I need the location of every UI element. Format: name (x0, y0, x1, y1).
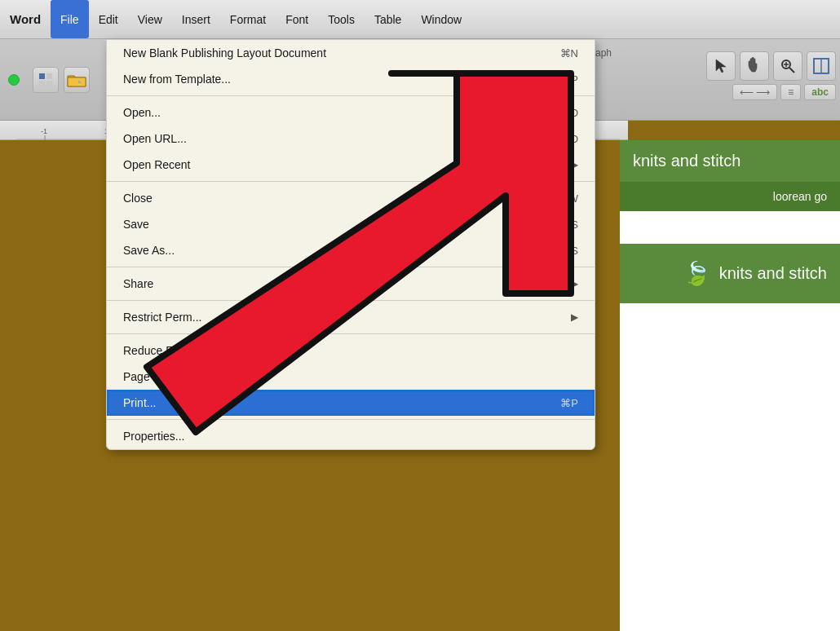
svg-line-5 (789, 68, 794, 73)
leaf-icon: 🍃 (683, 260, 711, 287)
hand-tool[interactable] (740, 51, 769, 81)
menu-item-shortcut: ⇧⌘S (551, 245, 578, 257)
toolbar-icons (33, 67, 90, 93)
menu-close[interactable]: Close ⌘W (107, 185, 595, 211)
menu-file[interactable]: File (51, 0, 89, 38)
knits-white-space (620, 211, 840, 244)
menu-open[interactable]: Open... ⌘O (107, 99, 595, 126)
menu-item-label: Restrict Perm... (123, 311, 201, 324)
menu-item-shortcut: ⌘S (560, 218, 578, 231)
submenu-arrow: ▶ (571, 278, 578, 289)
submenu-arrow: ▶ (571, 159, 578, 170)
toolbar-icon-folder[interactable] (64, 67, 90, 93)
menu-item-shortcut: ⌘O (559, 107, 578, 119)
menu-item-label: Print... (123, 396, 156, 409)
svg-rect-0 (39, 73, 45, 79)
svg-text:-1: -1 (41, 127, 47, 135)
menu-print[interactable]: Print... ⌘P (107, 390, 595, 416)
menu-item-label: Open... (123, 106, 161, 119)
menu-item-label: Reduce Fil... (123, 344, 188, 357)
submenu-arrow: ▶ (571, 311, 578, 323)
menu-properties[interactable]: Properties... (107, 423, 595, 449)
file-dropdown-menu: New Blank Publishing Layout Document ⌘N … (106, 39, 595, 450)
menu-item-label: Save As... (123, 244, 175, 257)
print-highlight (107, 390, 595, 416)
menu-view[interactable]: View (128, 0, 172, 38)
menu-tools[interactable]: Tools (318, 0, 365, 38)
menu-separator-5 (107, 333, 595, 334)
menu-reduce[interactable]: Reduce Fil... (107, 338, 595, 364)
menu-separator-6 (107, 419, 595, 420)
align-tool[interactable]: ≡ (780, 84, 801, 100)
layout-tool[interactable] (807, 51, 836, 81)
zoom-tool[interactable] (773, 51, 802, 81)
menu-new-template[interactable]: New from Template... ⇧⌘P (107, 66, 595, 92)
svg-rect-1 (46, 73, 52, 79)
knits-footer: 🍃 knits and stitch (620, 244, 840, 303)
svg-rect-3 (46, 81, 52, 86)
svg-rect-2 (39, 81, 45, 86)
menu-edit[interactable]: Edit (89, 0, 128, 38)
knits-header: knits and stitch (620, 140, 840, 182)
menu-save-as[interactable]: Save As... ⇧⌘S (107, 237, 595, 263)
menu-new-blank[interactable]: New Blank Publishing Layout Document ⌘N (107, 40, 595, 66)
menu-table[interactable]: Table (365, 0, 411, 38)
menu-separator-2 (107, 181, 595, 182)
menu-item-label: New from Template... (123, 73, 231, 86)
menu-item-shortcut: ⌘W (558, 192, 578, 205)
menu-separator-1 (107, 95, 595, 96)
menu-restrict[interactable]: Restrict Perm... ▶ (107, 304, 595, 330)
knits-middle: loorean go (620, 182, 840, 211)
format-arrows[interactable]: ⟵ ⟶ (732, 84, 777, 100)
menu-word[interactable]: Word (0, 0, 51, 38)
knits-footer-text: knits and stitch (719, 264, 827, 283)
menu-format[interactable]: Format (220, 0, 276, 38)
menu-insert[interactable]: Insert (172, 0, 220, 38)
menu-item-shortcut: ⌘P (560, 397, 578, 409)
abc-tool[interactable]: abc (804, 84, 836, 100)
menu-font[interactable]: Font (276, 0, 318, 38)
traffic-light-green[interactable] (8, 74, 20, 86)
menu-page-setup[interactable]: Page Se... (107, 364, 595, 390)
menu-item-label: Properties... (123, 430, 184, 443)
menu-open-url[interactable]: Open URL... ⇧⌘O (107, 126, 595, 152)
menu-open-recent[interactable]: Open Recent ▶ (107, 152, 595, 178)
right-panel: knits and stitch loorean go 🍃 knits and … (620, 140, 840, 631)
menu-item-label: Share (123, 277, 153, 290)
menu-item-shortcut: ⇧⌘O (550, 133, 578, 145)
toolbar-icon-grid[interactable] (33, 67, 59, 93)
menu-share[interactable]: Share ▶ (107, 271, 595, 297)
menu-bar: Word File Edit View Insert Format Font T… (0, 0, 840, 39)
menu-item-shortcut: ⇧⌘P (551, 73, 578, 86)
menu-item-shortcut: ⌘N (560, 47, 578, 60)
menu-item-label: Close (123, 192, 153, 205)
menu-item-label: New Blank Publishing Layout Document (123, 46, 326, 60)
cursor-tool[interactable] (706, 51, 736, 81)
menu-item-label: Save (123, 218, 149, 231)
menu-separator-3 (107, 267, 595, 267)
menu-item-label: Open URL... (123, 132, 187, 145)
menu-separator-4 (107, 300, 595, 301)
menu-save[interactable]: Save ⌘S (107, 211, 595, 237)
menu-item-label: Page Se... (123, 370, 176, 383)
menu-window[interactable]: Window (411, 0, 471, 38)
menu-item-label: Open Recent (123, 158, 191, 171)
